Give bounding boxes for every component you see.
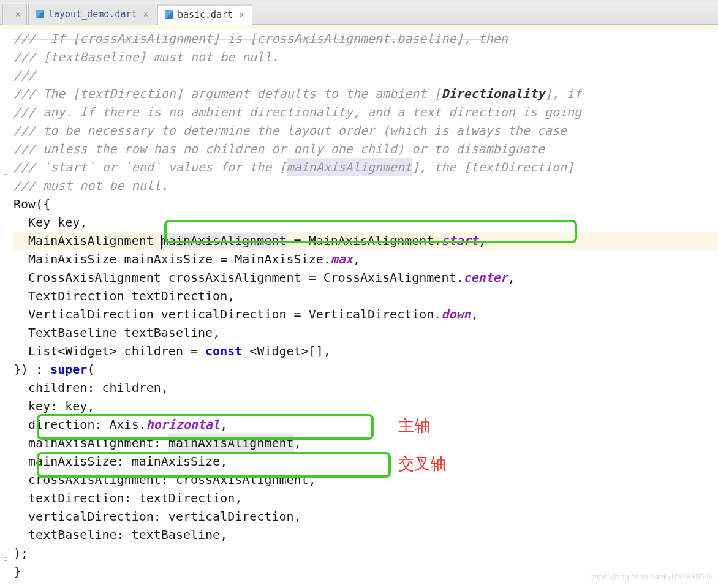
code-line[interactable]: /// `start` or `end` values for the [mai… xyxy=(13,158,718,176)
tab-basic[interactable]: basic.dart × xyxy=(157,4,252,24)
code-line[interactable]: textBaseline: textBaseline, xyxy=(13,526,718,544)
code-line[interactable]: TextDirection textDirection, xyxy=(13,287,718,305)
dart-file-icon xyxy=(35,9,45,19)
code-line[interactable]: verticalDirection: verticalDirection, xyxy=(13,507,718,526)
text-cursor xyxy=(161,235,162,249)
code-line[interactable]: CrossAxisAlignment crossAxisAlignment = … xyxy=(13,268,718,287)
code-line[interactable]: TextBaseline textBaseline, xyxy=(13,323,718,342)
code-line[interactable]: Key key, xyxy=(13,213,718,232)
tab-label: basic.dart xyxy=(178,9,233,20)
code-line[interactable]: crossAxisAlignment: crossAxisAlignment, xyxy=(13,470,718,489)
code-line[interactable]: direction: Axis.horizontal, xyxy=(13,415,718,434)
code-line[interactable]: /// must not be null. xyxy=(13,176,718,195)
code-editor[interactable]: ⊟ ⊟ /// If [crossAxisAlignment] is [cros… xyxy=(0,29,718,588)
ide-container: × layout_demo.dart × basic.dart × ⊟ ⊟ //… xyxy=(0,0,718,588)
tab-layout-demo[interactable]: layout_demo.dart × xyxy=(28,4,156,24)
close-icon[interactable]: × xyxy=(238,10,245,20)
code-line[interactable]: /// any. If there is no ambient directio… xyxy=(13,103,718,121)
code-line[interactable]: textDirection: textDirection, xyxy=(13,489,718,507)
code-line[interactable]: /// to be necessary to determine the lay… xyxy=(13,121,718,140)
code-line[interactable]: /// If [crossAxisAlignment] is [crossAxi… xyxy=(13,29,718,48)
code-line[interactable]: /// unless the row has no children or on… xyxy=(13,140,718,158)
code-line[interactable]: VerticalDirection verticalDirection = Ve… xyxy=(13,305,718,323)
watermark: https://blog.csdn.net/kyl282889543 xyxy=(590,568,713,586)
code-line[interactable]: key: key, xyxy=(13,397,718,415)
empty-tab[interactable]: × xyxy=(2,4,27,24)
code-line[interactable]: }) : super( xyxy=(13,360,718,379)
code-line[interactable]: mainAxisSize: mainAxisSize, xyxy=(13,452,718,470)
fold-icon[interactable]: ⊟ xyxy=(1,555,10,564)
code-line[interactable]: MainAxisSize mainAxisSize = MainAxisSize… xyxy=(13,250,718,268)
code-line[interactable]: Row({ xyxy=(13,195,718,213)
code-line[interactable]: children: children, xyxy=(13,379,718,397)
close-icon[interactable]: × xyxy=(142,9,149,19)
code-line[interactable]: List<Widget> children = const <Widget>[]… xyxy=(13,342,718,360)
dart-file-icon xyxy=(164,10,174,20)
tab-label: layout_demo.dart xyxy=(48,9,137,20)
code-line[interactable]: mainAxisAlignment: mainAxisAlignment, xyxy=(13,434,718,452)
code-line[interactable]: /// [textBaseline] must not be null. xyxy=(13,48,718,66)
notification-bar xyxy=(0,24,718,29)
code-line[interactable]: ); xyxy=(13,544,718,562)
fold-icon[interactable]: ⊟ xyxy=(1,170,10,179)
code-line-cursor[interactable]: MainAxisAlignment mainAxisAlignment = Ma… xyxy=(13,232,718,250)
code-line[interactable]: /// The [textDirection] argument default… xyxy=(13,85,718,103)
tab-bar: × layout_demo.dart × basic.dart × xyxy=(0,2,718,24)
code-line[interactable]: /// xyxy=(13,66,718,85)
close-icon[interactable]: × xyxy=(14,9,21,19)
